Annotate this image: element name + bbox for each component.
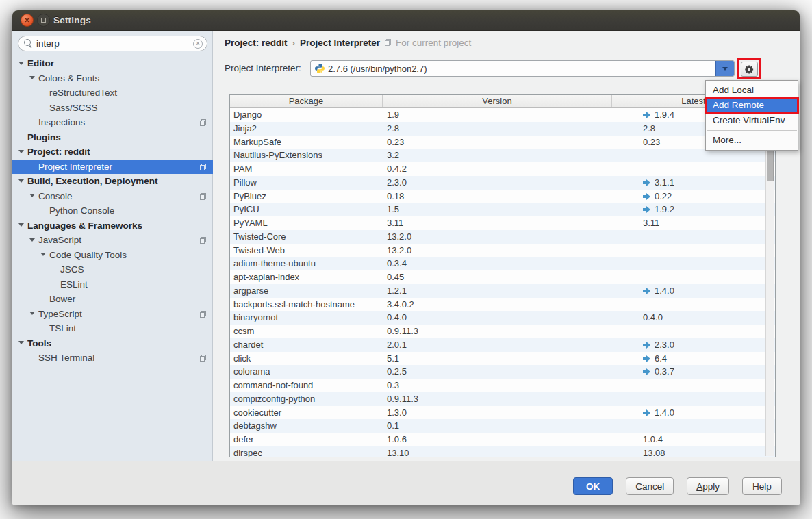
sidebar-item-project-interpreter[interactable]: Project Interpreter [12,160,213,175]
table-row-twisted-core[interactable]: Twisted-Core13.2.0 [230,230,775,244]
table-row-jinja2[interactable]: Jinja22.82.8 [230,122,775,136]
sidebar-item-languages-frameworks[interactable]: Languages & Frameworks [12,218,213,233]
footer-buttons: OKCancelApplyHelp [12,461,800,505]
sidebar-item-ssh-terminal[interactable]: SSH Terminal [12,351,213,366]
version-cell: 0.4.0 [383,311,612,325]
table-row-cookiecutter[interactable]: cookiecutter1.3.01.4.0 [230,406,775,420]
version-cell: 3.2 [383,149,612,162]
interpreter-dropdown[interactable]: 2.7.6 (/usr/bin/python2.7) [310,60,735,77]
table-row-ccsm[interactable]: ccsm0.9.11.3 [230,325,775,338]
gear-button[interactable] [741,62,758,77]
sidebar-item-console[interactable]: Console [12,189,213,204]
menu-separator [707,130,797,131]
sidebar-item-sass-scss[interactable]: Sass/SCSS [12,101,213,116]
expand-arrow-icon[interactable] [29,76,35,79]
help-button[interactable]: Help [742,477,782,495]
breadcrumb-project[interactable]: Project: reddit [225,38,288,48]
settings-search-box[interactable]: ✕ [18,36,207,51]
sidebar-item-bower[interactable]: Bower [12,292,213,307]
package-table: Package Version Latest Django1.91.9.4Jin… [229,94,776,457]
menu-item-more[interactable]: More... [706,133,798,148]
latest-cell: 1.4.0 [612,406,775,420]
table-row-argparse[interactable]: argparse1.2.11.4.0 [230,284,775,298]
sidebar-item-tslint[interactable]: TSLint [12,321,213,336]
table-row-adium-theme-ubuntu[interactable]: adium-theme-ubuntu0.3.4 [230,257,775,270]
upgrade-arrow-icon [643,179,651,186]
apply-button[interactable]: Apply [687,477,729,495]
expand-arrow-icon[interactable] [29,238,35,242]
latest-cell [612,270,775,284]
sidebar-item-typescript[interactable]: TypeScript [12,307,213,322]
expand-arrow-icon[interactable] [18,223,24,227]
expand-arrow-icon[interactable] [29,194,35,197]
close-window-icon[interactable]: ✕ [21,14,34,27]
column-header-package[interactable]: Package [230,95,383,107]
unmaximize-window-icon[interactable] [37,14,50,27]
sidebar-item-restructuredtext[interactable]: reStructuredText [12,86,213,101]
table-scrollbar[interactable] [765,109,774,456]
cancel-button[interactable]: Cancel [626,477,674,495]
package-cell: PyICU [230,203,383,216]
table-row-markupsafe[interactable]: MarkupSafe0.230.23 [230,136,775,149]
table-row-nautilus-pyextensions[interactable]: Nautilus-PyExtensions3.2 [230,149,775,162]
expand-arrow-icon[interactable] [18,341,24,344]
project-scope-icon [385,39,391,46]
sidebar-item-plugins[interactable]: Plugins [12,130,213,145]
table-row-defer[interactable]: defer1.0.61.0.4 [230,433,775,446]
gear-menu: Add LocalAdd RemoteCreate VirtualEnvMore… [705,80,798,151]
latest-cell [612,325,775,338]
sidebar-item-editor[interactable]: Editor [12,56,213,71]
table-row-command-not-found[interactable]: command-not-found0.3 [230,379,775,392]
table-row-compizconfig-python[interactable]: compizconfig-python0.9.11.3 [230,392,775,406]
sidebar-item-build-execution-deployment[interactable]: Build, Execution, Deployment [12,174,213,189]
sidebar-item-project-reddit[interactable]: Project: reddit [12,144,213,160]
upgrade-arrow-icon [643,112,651,118]
expand-arrow-icon[interactable] [18,62,24,65]
latest-cell: 2.3.0 [612,338,775,352]
table-row-binaryornot[interactable]: binaryornot0.4.00.4.0 [230,311,775,325]
sidebar-item-inspections[interactable]: Inspections [12,115,213,130]
table-row-django[interactable]: Django1.91.9.4 [230,108,775,122]
menu-item-add-remote[interactable]: Add Remote [706,98,798,113]
table-row-pyyaml[interactable]: PyYAML3.113.11 [230,216,775,230]
expand-arrow-icon[interactable] [18,179,24,183]
sidebar-item-javascript[interactable]: JavaScript [12,233,213,248]
table-row-backports-ssl-match-hostname[interactable]: backports.ssl-match-hostname3.4.0.2 [230,298,775,312]
table-row-colorama[interactable]: colorama0.2.50.3.7 [230,365,775,379]
sidebar-item-eslint[interactable]: ESLint [12,277,213,292]
expand-arrow-icon[interactable] [29,312,35,315]
table-row-pyicu[interactable]: PyICU1.51.9.2 [230,203,775,216]
sidebar-item-python-console[interactable]: Python Console [12,203,213,218]
expand-arrow-icon[interactable] [40,253,46,256]
table-row-click[interactable]: click5.16.4 [230,352,775,366]
ok-button[interactable]: OK [573,477,613,495]
sidebar-item-label: Colors & Fonts [38,73,99,84]
table-row-apt-xapian-index[interactable]: apt-xapian-index0.45 [230,270,775,284]
sidebar-item-code-quality-tools[interactable]: Code Quality Tools [12,248,213,263]
sidebar-item-label: JavaScript [38,235,81,245]
package-cell: apt-xapian-index [230,270,383,284]
table-row-chardet[interactable]: chardet2.0.12.3.0 [230,338,775,352]
table-row-debtagshw[interactable]: debtagshw0.1 [230,419,775,433]
expand-arrow-icon[interactable] [18,150,24,153]
menu-item-create-virtualenv[interactable]: Create VirtualEnv [706,113,798,128]
clear-search-icon[interactable]: ✕ [193,39,203,49]
dropdown-arrow-button[interactable] [715,61,734,76]
titlebar[interactable]: ✕ Settings [12,10,800,31]
table-row-twisted-web[interactable]: Twisted-Web13.2.0 [230,244,775,257]
table-header: Package Version Latest [230,95,775,108]
version-cell: 2.0.1 [383,338,612,352]
column-header-version[interactable]: Version [383,95,612,107]
sidebar-item-tools[interactable]: Tools [12,336,213,351]
table-row-pillow[interactable]: Pillow2.3.03.1.1 [230,176,775,190]
search-input[interactable] [36,37,190,50]
sidebar-item-colors-fonts[interactable]: Colors & Fonts [12,71,213,86]
sidebar-item-jscs[interactable]: JSCS [12,262,213,277]
table-row-pybluez[interactable]: PyBluez0.180.22 [230,190,775,203]
table-row-pam[interactable]: PAM0.4.2 [230,162,775,176]
breadcrumb-page[interactable]: Project Interpreter [300,38,380,48]
package-cell: Pillow [230,176,383,190]
menu-item-add-local[interactable]: Add Local [706,83,798,98]
latest-cell [612,419,775,433]
table-row-dirspec[interactable]: dirspec13.1013.08 [230,446,775,457]
